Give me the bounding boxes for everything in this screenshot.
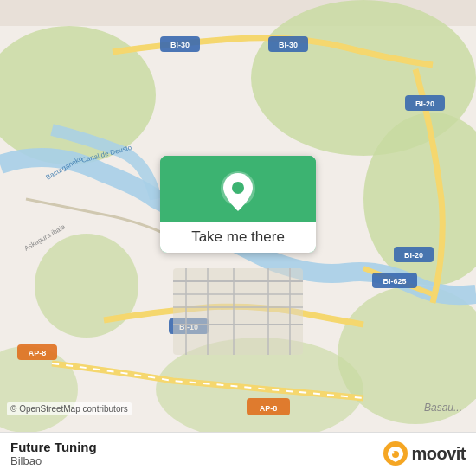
svg-text:BI-625: BI-625 bbox=[383, 277, 406, 286]
take-me-there-button[interactable]: Take me there bbox=[160, 156, 316, 253]
svg-point-42 bbox=[392, 452, 395, 454]
bottom-bar: Future Tuning Bilbao moovit bbox=[0, 432, 476, 476]
button-label-area: Take me there bbox=[160, 222, 316, 253]
location-pin-icon bbox=[219, 170, 257, 215]
svg-text:AP-8: AP-8 bbox=[29, 349, 47, 357]
svg-text:BI-30: BI-30 bbox=[170, 41, 190, 49]
place-name: Future Tuning bbox=[10, 440, 97, 454]
place-city: Bilbao bbox=[10, 454, 97, 467]
moovit-logo-icon bbox=[383, 441, 408, 466]
svg-text:BI-30: BI-30 bbox=[279, 41, 298, 49]
map-container: AP-8 BI-30 BI-30 BI-20 BI-20 BI-625 BI-1… bbox=[0, 0, 476, 476]
svg-text:AP-8: AP-8 bbox=[260, 404, 278, 413]
moovit-text: moovit bbox=[411, 444, 466, 464]
moovit-logo: moovit bbox=[383, 441, 466, 466]
svg-point-39 bbox=[232, 182, 244, 194]
place-info: Future Tuning Bilbao bbox=[10, 440, 97, 467]
copyright-text: © OpenStreetMap contributors bbox=[7, 402, 132, 415]
pin-area bbox=[160, 156, 316, 222]
svg-text:BI-20: BI-20 bbox=[415, 100, 434, 108]
svg-text:Basau...: Basau... bbox=[424, 402, 462, 414]
take-me-there-label: Take me there bbox=[191, 228, 285, 245]
svg-text:BI-20: BI-20 bbox=[404, 251, 423, 260]
svg-point-4 bbox=[35, 234, 138, 338]
